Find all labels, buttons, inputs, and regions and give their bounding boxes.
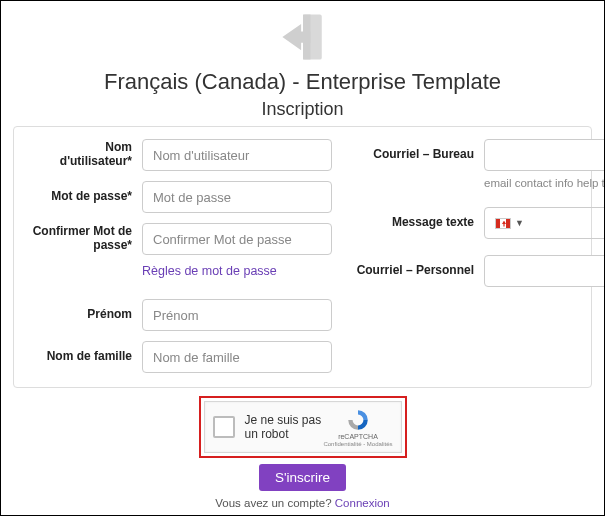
flag-canada-icon [495,218,511,229]
lastname-input[interactable] [142,341,332,373]
firstname-label: Prénom [32,308,132,322]
have-account-text: Vous avez un compte? [215,497,335,509]
page-title: Français (Canada) - Enterprise Template [13,69,592,95]
recaptcha-widget[interactable]: Je ne suis pas un robot reCAPTCHA Confid… [204,401,402,453]
confirm-password-label: Confirmer Mot de passe* [32,225,132,253]
password-rules-link[interactable]: Règles de mot de passe [142,264,277,278]
registration-panel: Nom d'utilisateur* Mot de passe* Confirm… [13,126,592,388]
email-work-label: Courriel – Bureau [356,148,474,162]
chevron-down-icon: ▼ [515,218,524,228]
email-personal-input[interactable] [484,255,605,287]
firstname-input[interactable] [142,299,332,331]
email-work-help: email contact info help text [484,177,605,189]
recaptcha-icon [345,407,371,433]
recaptcha-logo: reCAPTCHA Confidentialité - Modalités [323,407,392,447]
footer: Vous avez un compte? Connexion Managemen… [13,495,592,516]
app-logo [13,7,592,67]
recaptcha-label: Je ne suis pas un robot [245,413,324,441]
lastname-label: Nom de famille [32,350,132,364]
username-input[interactable] [142,139,332,171]
password-label: Mot de passe* [32,190,132,204]
page-subtitle: Inscription [13,99,592,120]
sms-input[interactable]: ▼ [484,207,605,239]
password-input[interactable] [142,181,332,213]
username-label: Nom d'utilisateur* [32,141,132,169]
recaptcha-checkbox[interactable] [213,416,235,438]
email-personal-label: Courriel – Personnel [356,264,474,278]
captcha-highlight: Je ne suis pas un robot reCAPTCHA Confid… [199,396,407,458]
login-link[interactable]: Connexion [335,497,390,509]
sms-label: Message texte [356,216,474,230]
email-work-input[interactable] [484,139,605,171]
submit-button[interactable]: S'inscrire [259,464,346,491]
confirm-password-input[interactable] [142,223,332,255]
footer-help: Management System Help (300 chars) [13,512,592,516]
